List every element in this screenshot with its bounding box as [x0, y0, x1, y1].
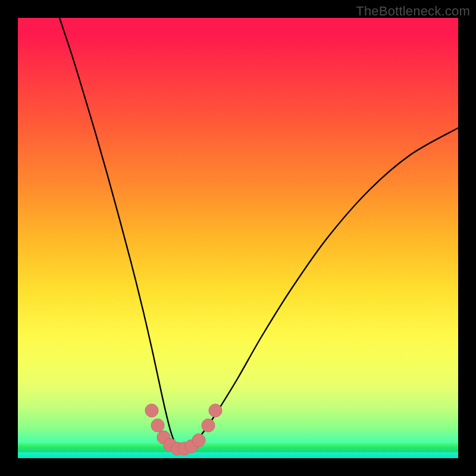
curve-marker: [202, 419, 215, 432]
bottleneck-chart: [18, 18, 458, 458]
curve-marker: [209, 404, 222, 417]
watermark-text: TheBottleneck.com: [356, 4, 470, 19]
bottleneck-curve: [60, 18, 458, 449]
curve-marker: [145, 404, 158, 417]
curve-marker: [151, 419, 164, 432]
marker-group: [145, 404, 222, 455]
curve-marker: [192, 434, 205, 447]
